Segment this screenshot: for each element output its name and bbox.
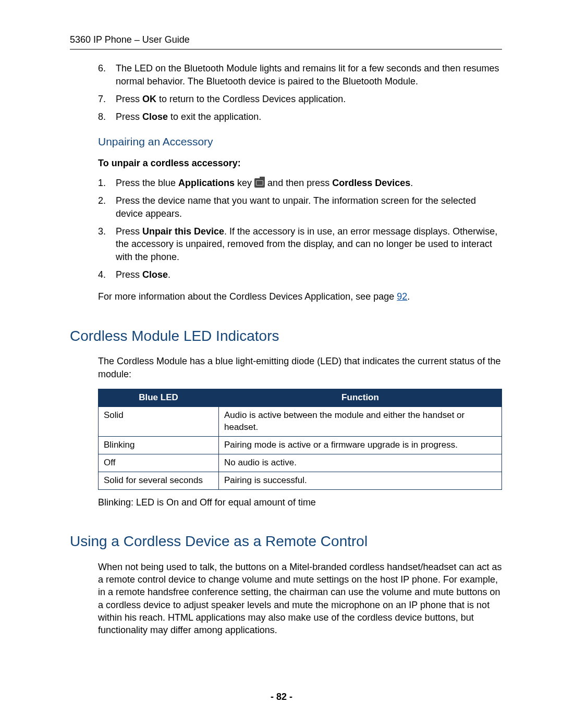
unpair-step-1: 1. Press the blue Applications key and t… [98, 177, 502, 189]
step-6: 6. The LED on the Bluetooth Module light… [98, 62, 502, 88]
cell-led: Off [99, 454, 219, 472]
step-text: Press the device name that you want to u… [116, 195, 476, 218]
cell-function: Pairing mode is active or a firmware upg… [219, 436, 502, 454]
unpairing-steps: 1. Press the blue Applications key and t… [98, 177, 502, 281]
led-indicators-heading: Cordless Module LED Indicators [70, 326, 502, 346]
pairing-steps-continued: 6. The LED on the Bluetooth Module light… [98, 62, 502, 123]
step-8: 8. Press Close to exit the application. [98, 110, 502, 123]
unpairing-subheading: To unpair a cordless accessory: [98, 157, 502, 169]
step-number: 4. [98, 268, 106, 281]
content: 6. The LED on the Bluetooth Module light… [70, 62, 502, 636]
step-number: 7. [98, 93, 106, 105]
cell-led: Solid for several seconds [99, 472, 219, 489]
led-intro: The Cordless Module has a blue light-emi… [98, 355, 502, 380]
step-text: Press the blue Applications key and then… [116, 178, 413, 188]
unpair-step-4: 4. Press Close. [98, 268, 502, 281]
unpairing-heading: Unpairing an Accessory [98, 134, 502, 149]
cell-function: No audio is active. [219, 454, 502, 472]
th-function: Function [219, 389, 502, 406]
cell-function: Audio is active between the module and e… [219, 406, 502, 436]
page-number: - 82 - [0, 690, 563, 703]
led-table: Blue LED Function Solid Audio is active … [98, 389, 502, 490]
step-text: Press Unpair this Device. If the accesso… [116, 226, 497, 262]
page: 5360 IP Phone – User Guide 6. The LED on… [0, 0, 563, 728]
cell-led: Solid [99, 406, 219, 436]
step-7: 7. Press OK to return to the Cordless De… [98, 93, 502, 105]
step-number: 3. [98, 225, 106, 238]
page-92-link[interactable]: 92 [397, 291, 407, 302]
cell-function: Pairing is successful. [219, 472, 502, 489]
step-number: 6. [98, 62, 106, 75]
remote-control-heading: Using a Cordless Device as a Remote Cont… [70, 532, 502, 551]
cell-led: Blinking [99, 436, 219, 454]
unpair-step-2: 2. Press the device name that you want t… [98, 194, 502, 220]
step-number: 2. [98, 194, 106, 207]
table-row: Blinking Pairing mode is active or a fir… [99, 436, 502, 454]
table-row: Solid Audio is active between the module… [99, 406, 502, 436]
unpair-step-3: 3. Press Unpair this Device. If the acce… [98, 225, 502, 263]
header-title: 5360 IP Phone – User Guide [70, 33, 502, 46]
table-row: Solid for several seconds Pairing is suc… [99, 472, 502, 489]
header-rule [70, 49, 502, 50]
step-number: 8. [98, 110, 106, 123]
step-text: Press OK to return to the Cordless Devic… [116, 94, 346, 104]
step-text: Press Close to exit the application. [116, 112, 261, 122]
th-blue-led: Blue LED [99, 389, 219, 406]
blinking-note: Blinking: LED is On and Off for equal am… [98, 496, 502, 509]
more-info: For more information about the Cordless … [98, 290, 502, 303]
step-text: The LED on the Bluetooth Module lights a… [116, 63, 499, 86]
step-number: 1. [98, 177, 106, 189]
applications-key-icon [254, 178, 265, 188]
table-row: Off No audio is active. [99, 454, 502, 472]
remote-control-para: When not being used to talk, the buttons… [98, 561, 502, 637]
step-text: Press Close. [116, 269, 170, 280]
